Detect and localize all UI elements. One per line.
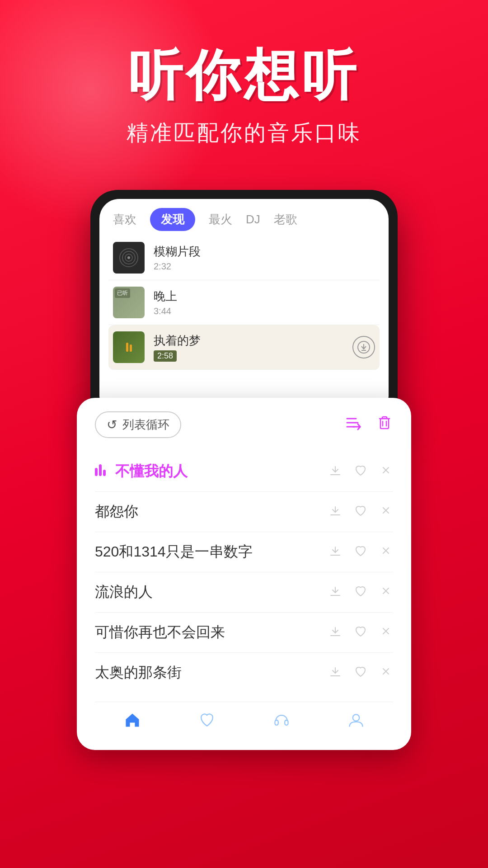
playing-indicator bbox=[95, 464, 106, 476]
playlist-panel: ↺ 列表循环 bbox=[77, 398, 411, 750]
song-info-3: 执着的梦 2:58 bbox=[154, 333, 343, 362]
svg-point-3 bbox=[127, 256, 130, 259]
song-info-2: 晚上 3:44 bbox=[154, 288, 375, 316]
song-item-2[interactable]: 已听 晚上 3:44 bbox=[108, 280, 380, 325]
download-button-3[interactable] bbox=[352, 336, 375, 359]
song-item-1[interactable]: 模糊片段 2:32 bbox=[108, 236, 380, 280]
playlist-item-3[interactable]: 520和1314只是一串数字 bbox=[95, 532, 393, 572]
song-list: 模糊片段 2:32 已听 晚上 3:44 bbox=[99, 236, 389, 370]
close-icon-1[interactable] bbox=[379, 463, 393, 481]
song-duration-2: 3:44 bbox=[154, 306, 375, 316]
svg-rect-13 bbox=[380, 419, 389, 429]
loop-label: 列表循环 bbox=[122, 417, 169, 433]
playlist-item-6[interactable]: 太奥的那条街 bbox=[95, 653, 393, 693]
item-name-1: 不懂我的人 bbox=[95, 462, 328, 481]
nav-heart[interactable] bbox=[198, 711, 216, 729]
download-icon-4[interactable] bbox=[328, 584, 343, 601]
phone-frame: 喜欢 发现 最火 DJ 老歌 bbox=[90, 190, 398, 425]
song-info-1: 模糊片段 2:32 bbox=[154, 244, 375, 272]
panel-actions bbox=[345, 414, 393, 435]
item-actions-4 bbox=[328, 584, 393, 601]
tab-oldies[interactable]: 老歌 bbox=[274, 212, 297, 227]
panel-header: ↺ 列表循环 bbox=[95, 411, 393, 438]
close-icon-4[interactable] bbox=[379, 584, 393, 601]
svg-rect-40 bbox=[275, 720, 278, 725]
heart-icon-3[interactable] bbox=[353, 543, 368, 561]
heart-icon-6[interactable] bbox=[353, 664, 368, 682]
item-actions-2 bbox=[328, 503, 393, 521]
sub-title: 精准匹配你的音乐口味 bbox=[0, 118, 488, 147]
song-name-1: 模糊片段 bbox=[154, 244, 375, 259]
eq-bar-3 bbox=[103, 470, 106, 476]
heart-icon-5[interactable] bbox=[353, 624, 368, 642]
eq-bar-1 bbox=[95, 468, 98, 476]
phone-mockup: 喜欢 发现 最火 DJ 老歌 bbox=[90, 190, 398, 425]
download-icon-2[interactable] bbox=[328, 503, 343, 521]
main-title: 听你想听 bbox=[0, 45, 488, 105]
song-name-3: 执着的梦 bbox=[154, 333, 343, 349]
song-item-3[interactable]: 执着的梦 2:58 bbox=[108, 325, 380, 370]
playlist-items: 不懂我的人 bbox=[95, 452, 393, 693]
item-name-5: 可惜你再也不会回来 bbox=[95, 623, 328, 642]
playlist-item-2[interactable]: 都怨你 bbox=[95, 492, 393, 532]
download-icon-6[interactable] bbox=[328, 664, 343, 682]
tab-likes[interactable]: 喜欢 bbox=[113, 212, 136, 227]
sort-icon[interactable] bbox=[345, 414, 362, 435]
close-icon-3[interactable] bbox=[379, 543, 393, 561]
playlist-item-1[interactable]: 不懂我的人 bbox=[95, 452, 393, 492]
nav-headphone[interactable] bbox=[272, 711, 291, 729]
loop-icon: ↺ bbox=[107, 417, 117, 432]
playlist-item-4[interactable]: 流浪的人 bbox=[95, 572, 393, 613]
download-icon-3[interactable] bbox=[328, 543, 343, 561]
bottom-navigation bbox=[95, 702, 393, 736]
song-thumb-3 bbox=[113, 331, 145, 363]
tab-dj[interactable]: DJ bbox=[246, 212, 260, 226]
nav-user[interactable] bbox=[347, 711, 365, 729]
svg-rect-5 bbox=[130, 344, 132, 352]
item-actions-1 bbox=[328, 463, 393, 481]
playlist-item-5[interactable]: 可惜你再也不会回来 bbox=[95, 613, 393, 653]
svg-rect-41 bbox=[285, 720, 288, 725]
header-section: 听你想听 精准匹配你的音乐口味 bbox=[0, 45, 488, 147]
phone-screen: 喜欢 发现 最火 DJ 老歌 bbox=[99, 199, 389, 416]
download-icon-1[interactable] bbox=[328, 463, 343, 481]
song-duration-1: 2:32 bbox=[154, 261, 375, 272]
nav-home[interactable] bbox=[123, 711, 141, 729]
song-duration-3: 2:58 bbox=[154, 350, 177, 362]
item-name-6: 太奥的那条街 bbox=[95, 663, 328, 683]
delete-icon[interactable] bbox=[376, 414, 393, 435]
song-name-2: 晚上 bbox=[154, 288, 375, 304]
svg-rect-4 bbox=[126, 343, 128, 352]
heart-icon-4[interactable] bbox=[353, 584, 368, 601]
item-actions-6 bbox=[328, 664, 393, 682]
close-icon-6[interactable] bbox=[379, 664, 393, 682]
svg-point-42 bbox=[352, 714, 359, 721]
item-actions-3 bbox=[328, 543, 393, 561]
close-icon-5[interactable] bbox=[379, 624, 393, 642]
heart-icon-1[interactable] bbox=[353, 463, 368, 481]
heart-icon-2[interactable] bbox=[353, 503, 368, 521]
song-thumb-1 bbox=[113, 242, 145, 274]
eq-bar-2 bbox=[99, 464, 102, 476]
item-actions-5 bbox=[328, 624, 393, 642]
tab-bar: 喜欢 发现 最火 DJ 老歌 bbox=[99, 199, 389, 236]
loop-button[interactable]: ↺ 列表循环 bbox=[95, 411, 181, 438]
listened-badge: 已听 bbox=[115, 288, 130, 298]
item-name-2: 都怨你 bbox=[95, 502, 328, 522]
close-icon-2[interactable] bbox=[379, 503, 393, 521]
song-thumb-2: 已听 bbox=[113, 287, 145, 318]
item-name-3: 520和1314只是一串数字 bbox=[95, 542, 328, 562]
item-name-4: 流浪的人 bbox=[95, 582, 328, 602]
tab-hot[interactable]: 最火 bbox=[209, 212, 232, 227]
tab-discover[interactable]: 发现 bbox=[150, 208, 195, 231]
download-icon-5[interactable] bbox=[328, 624, 343, 642]
